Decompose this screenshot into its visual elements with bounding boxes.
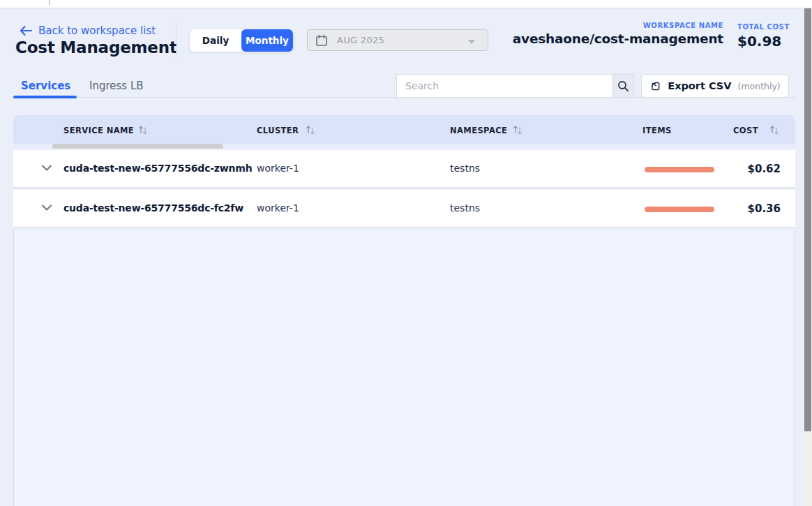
table-header-row: SERVICE NAME CLUSTER NAMESPACE ITEMS COS…: [13, 115, 795, 149]
total-cost-block: TOTAL COST $0.98: [737, 23, 790, 50]
active-tab-underline: [13, 96, 77, 98]
table-hscrollbar-thumb[interactable]: [52, 144, 223, 149]
month-picker[interactable]: AUG 2025: [307, 29, 488, 51]
chevron-down-icon: [468, 40, 475, 44]
services-table: SERVICE NAME CLUSTER NAMESPACE ITEMS COS…: [13, 115, 795, 506]
cost-management-page: Back to workspace list Cost Management D…: [0, 0, 812, 506]
page-scrollbar-thumb[interactable]: [804, 8, 811, 431]
expand-row-chevron-icon[interactable]: [41, 164, 52, 172]
tab-services[interactable]: Services: [21, 80, 70, 92]
col-header-cluster[interactable]: CLUSTER: [257, 126, 299, 135]
namespace-cell: testns: [450, 202, 480, 214]
export-csv-suffix: (monthly): [738, 81, 781, 91]
cost-cell: $0.62: [704, 163, 781, 175]
back-link-label: Back to workspace list: [38, 24, 156, 37]
col-header-cost[interactable]: COST: [733, 126, 758, 135]
search-input[interactable]: [396, 74, 612, 98]
daily-toggle-button[interactable]: Daily: [190, 29, 241, 52]
cluster-cell: worker-1: [257, 163, 299, 174]
sort-icon-service[interactable]: [137, 124, 149, 136]
sort-icon-cluster[interactable]: [305, 124, 316, 136]
sort-icon-namespace[interactable]: [512, 124, 523, 136]
tab-divider: [49, 0, 50, 6]
calendar-icon: [315, 34, 328, 47]
search-icon: [617, 80, 629, 92]
col-header-service-name[interactable]: SERVICE NAME: [63, 126, 134, 135]
service-name-cell: cuda-test-new-65777556dc-fc2fw: [63, 202, 243, 214]
back-to-workspace-link[interactable]: Back to workspace list: [20, 24, 156, 37]
workspace-name-block: WORKSPACE NAME aveshaone/cost-management: [513, 22, 723, 46]
search-button[interactable]: [612, 74, 634, 98]
page-scrollbar-track[interactable]: [804, 8, 812, 506]
col-header-items[interactable]: ITEMS: [642, 126, 672, 135]
table-row[interactable]: cuda-test-new-65777556dc-fc2fw worker-1 …: [13, 190, 795, 228]
browser-top-strip: [0, 0, 812, 8]
page-title: Cost Management: [15, 38, 177, 57]
workspace-name-value: aveshaone/cost-management: [513, 31, 723, 46]
monthly-toggle-button[interactable]: Monthly: [241, 29, 293, 52]
back-arrow-icon: [20, 26, 32, 36]
month-picker-value: AUG 2025: [337, 35, 384, 45]
cluster-cell: worker-1: [257, 202, 299, 214]
total-cost-value: $0.98: [737, 33, 790, 50]
view-toggle: Daily Monthly: [190, 29, 293, 52]
cost-cell: $0.36: [704, 202, 781, 215]
service-name-cell: cuda-test-new-65777556dc-zwnmh: [63, 163, 252, 174]
table-row[interactable]: cuda-test-new-65777556dc-zwnmh worker-1 …: [13, 150, 795, 188]
col-header-namespace[interactable]: NAMESPACE: [450, 126, 507, 135]
export-csv-label: Export CSV: [668, 80, 731, 91]
total-cost-label: TOTAL COST: [737, 23, 790, 31]
export-icon: [649, 80, 661, 92]
workspace-name-label: WORKSPACE NAME: [513, 22, 723, 29]
table-hscrollbar-track[interactable]: [13, 144, 795, 149]
namespace-cell: testns: [450, 163, 480, 174]
tab-ingress-lb[interactable]: Ingress LB: [89, 80, 144, 92]
sort-icon-cost[interactable]: [769, 124, 780, 136]
expand-row-chevron-icon[interactable]: [41, 204, 52, 211]
header-divider: [176, 22, 176, 59]
export-csv-button[interactable]: Export CSV (monthly): [641, 74, 789, 98]
table-empty-area: [13, 230, 795, 506]
